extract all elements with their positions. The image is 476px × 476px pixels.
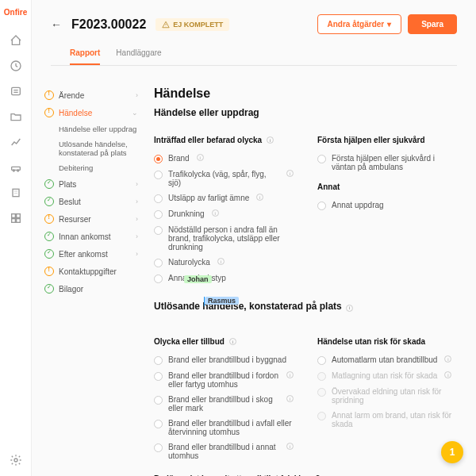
radio-o1[interactable]: Brand eller brandtillbud i byggnad xyxy=(154,352,294,368)
presence-johan: Johan xyxy=(184,275,212,283)
nav-sub-handelse-uppdrag[interactable]: Händelse eller uppdrag xyxy=(41,121,141,136)
chevron-down-icon: ▾ xyxy=(387,20,391,29)
grid-icon[interactable] xyxy=(10,212,22,225)
check-icon xyxy=(44,249,54,259)
presence-rasmus: Rasmus xyxy=(205,297,239,305)
other-actions-button[interactable]: Andra åtgärder▾ xyxy=(317,14,402,34)
info-icon[interactable] xyxy=(229,338,236,345)
section-nav: Ärende› Händelse⌄ Händelse eller uppdrag… xyxy=(32,75,151,476)
status-badge: EJ KOMPLETT xyxy=(155,18,229,31)
nav-innan[interactable]: Innan ankomst› xyxy=(41,228,141,245)
check-icon xyxy=(44,284,54,294)
section-heading-2: Utlösande händelse, konstaterad på plats xyxy=(154,301,457,312)
notification-fab[interactable]: 1 xyxy=(441,441,463,463)
svg-rect-6 xyxy=(11,214,15,218)
nav-handelse[interactable]: Händelse⌄ xyxy=(41,104,141,121)
group-label-olycka: Olycka eller tillbud xyxy=(154,337,294,346)
settings-icon[interactable] xyxy=(10,454,22,466)
svg-point-10 xyxy=(14,459,17,462)
list-icon[interactable] xyxy=(10,85,22,98)
group-label-firstaid: Första hjälpen eller sjukvård xyxy=(317,136,457,144)
nav-bilagor[interactable]: Bilagor xyxy=(41,280,141,298)
nav-sub-debitering[interactable]: Debitering xyxy=(41,160,141,175)
chevron-right-icon: › xyxy=(136,232,138,240)
info-icon[interactable] xyxy=(286,443,294,450)
info-icon[interactable] xyxy=(212,209,219,217)
group-label-other: Annat xyxy=(317,182,457,191)
svg-rect-9 xyxy=(16,219,20,223)
info-icon[interactable] xyxy=(256,194,263,201)
page-title: Händelse xyxy=(154,86,457,101)
chevron-right-icon: › xyxy=(136,91,138,99)
warn-icon xyxy=(44,90,54,100)
check-icon xyxy=(44,232,54,241)
back-button[interactable]: ← xyxy=(51,18,62,31)
radio-h3: Övervakad eldning utan risk för spridnin… xyxy=(317,384,457,408)
radio-o2[interactable]: Brand eller brandtillbud i fordon eller … xyxy=(154,368,294,392)
check-icon xyxy=(44,179,54,189)
radio-o3[interactable]: Brand eller brandtillbud i skog eller ma… xyxy=(154,392,294,416)
chart-icon[interactable] xyxy=(10,136,22,148)
chevron-down-icon: ⌄ xyxy=(132,109,138,117)
building-icon[interactable] xyxy=(10,186,22,199)
cursor-caret xyxy=(204,297,205,306)
chevron-right-icon: › xyxy=(136,215,138,223)
svg-rect-8 xyxy=(11,219,15,223)
info-icon[interactable] xyxy=(286,395,294,402)
radio-nod[interactable]: Nödställd person i andra fall än brand, … xyxy=(154,222,294,255)
car-icon[interactable] xyxy=(10,161,22,174)
info-icon[interactable] xyxy=(267,136,274,144)
radio-natur[interactable]: Naturolycka xyxy=(154,255,294,271)
brand-logo: Onfire xyxy=(4,8,27,17)
radio-drunkning[interactable]: Drunkning xyxy=(154,206,294,222)
svg-rect-5 xyxy=(13,189,19,196)
tab-report[interactable]: Rapport xyxy=(70,42,100,65)
warn-icon xyxy=(44,108,54,117)
svg-rect-7 xyxy=(16,214,20,218)
nav-sub-utlosande[interactable]: Utlösande händelse, konstaterad på plats xyxy=(41,136,141,160)
nav-efter[interactable]: Efter ankomst› xyxy=(41,245,141,263)
case-id: F2023.00022 xyxy=(71,17,146,32)
check-icon xyxy=(44,197,54,206)
info-icon[interactable] xyxy=(444,355,451,363)
group-label-incident: Inträffad eller befarad olycka xyxy=(154,136,294,144)
chevron-right-icon: › xyxy=(136,180,138,188)
section-heading-1: Händelse eller uppdrag xyxy=(154,107,457,118)
clock-icon[interactable] xyxy=(10,60,22,72)
radio-other[interactable]: Annat uppdrag xyxy=(317,198,457,213)
radio-h1[interactable]: Automatlarm utan brandtillbud xyxy=(317,352,457,368)
nav-beslut[interactable]: Beslut› xyxy=(41,193,141,210)
warn-icon xyxy=(44,267,54,276)
info-icon[interactable] xyxy=(217,258,225,265)
page-header: ← F2023.00022 EJ KOMPLETT Andra åtgärder… xyxy=(32,0,476,75)
warn-icon xyxy=(44,214,54,224)
radio-o4[interactable]: Brand eller brandtillbud i avfall eller … xyxy=(154,416,294,440)
home-icon[interactable] xyxy=(10,34,22,47)
info-icon[interactable] xyxy=(444,371,451,378)
folder-icon[interactable] xyxy=(10,110,22,123)
nav-rail: Onfire xyxy=(0,0,32,476)
radio-h2: Matlagning utan risk för skada xyxy=(317,368,457,384)
radio-utslaepp[interactable]: Utsläpp av farligt ämne xyxy=(154,190,294,206)
radio-o5[interactable]: Brand eller brandtillbud i annat utomhus xyxy=(154,440,294,463)
nav-plats[interactable]: Plats› xyxy=(41,175,141,193)
tab-handlers[interactable]: Handläggare xyxy=(116,42,161,65)
radio-firstaid[interactable]: Första hjälpen eller sjukvård i väntan p… xyxy=(317,151,457,175)
nav-resurser[interactable]: Resurser› xyxy=(41,210,141,228)
svg-rect-1 xyxy=(11,87,20,94)
nav-kontakt[interactable]: Kontaktuppgifter xyxy=(41,263,141,280)
info-icon[interactable] xyxy=(286,371,294,378)
group-label-norisk: Händelse utan risk för skada xyxy=(317,337,457,346)
info-icon[interactable] xyxy=(286,170,294,177)
chevron-right-icon: › xyxy=(136,198,138,205)
tabs: Rapport Handläggare xyxy=(51,42,457,66)
radio-brand[interactable]: Brand xyxy=(154,151,294,167)
radio-h4: Annat larm om brand, utan risk för skada xyxy=(317,408,457,432)
radio-trafik[interactable]: Trafikolycka (väg, spår, flyg, sjö) xyxy=(154,167,294,190)
info-icon[interactable] xyxy=(197,154,204,161)
chevron-right-icon: › xyxy=(136,250,138,258)
nav-arende[interactable]: Ärende› xyxy=(41,86,141,104)
save-button[interactable]: Spara xyxy=(408,14,457,34)
info-icon[interactable] xyxy=(346,305,353,312)
radio-annan[interactable]: Annan olyckstyp xyxy=(154,271,294,286)
